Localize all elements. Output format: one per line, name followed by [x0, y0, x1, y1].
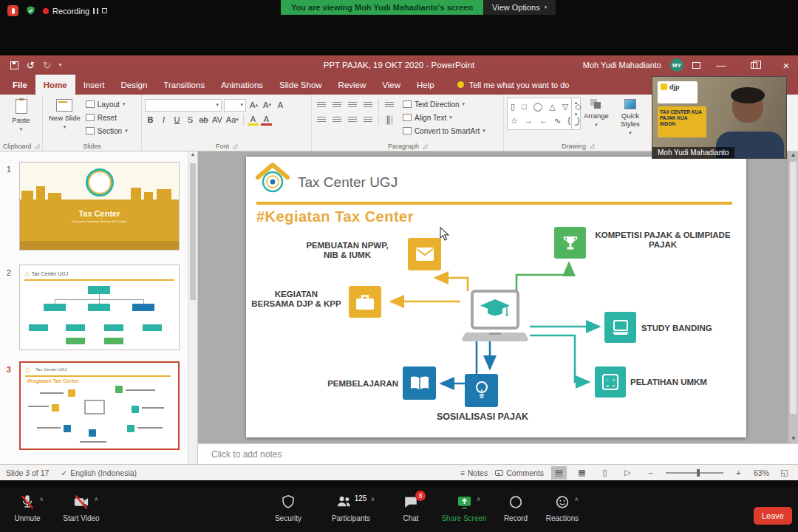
tab-animations[interactable]: Animations — [213, 75, 271, 95]
scrollbar-thumb[interactable] — [790, 162, 797, 414]
stop-recording-icon[interactable] — [102, 8, 107, 13]
redo-icon[interactable]: ↻ — [43, 60, 51, 71]
zoom-slider-thumb[interactable] — [697, 469, 700, 477]
tab-design[interactable]: Design — [113, 75, 156, 95]
reading-view-button[interactable]: ▯ — [597, 466, 613, 480]
user-avatar[interactable]: MY — [670, 58, 683, 72]
numbering-button[interactable] — [330, 99, 344, 112]
share-screen-button[interactable]: ∧ Share Screen — [434, 494, 494, 522]
increase-indent-button[interactable] — [361, 99, 375, 112]
unmute-button[interactable]: ∧ Unmute — [6, 494, 49, 522]
proofing-status[interactable]: ✓English (Indonesia) — [61, 468, 137, 477]
thumbnail-scrollbar[interactable]: ▲ — [188, 151, 197, 464]
font-size-select[interactable]: ▾ — [224, 99, 246, 112]
chat-button[interactable]: 8 Chat — [393, 494, 429, 522]
notes-pane[interactable]: Click to add notes — [198, 443, 798, 464]
font-color-button[interactable]: A — [261, 114, 272, 126]
convert-smartart-button[interactable]: Convert to SmartArt▾ — [400, 124, 488, 137]
dialog-launcher-icon[interactable]: ◿ — [233, 143, 237, 150]
tab-file[interactable]: File — [4, 75, 35, 95]
slide-thumbnail-2[interactable]: ⌂Tax Center UGJ — [19, 265, 180, 350]
zoom-level[interactable]: 63% — [754, 468, 769, 477]
minimize-button[interactable]: — — [709, 55, 733, 75]
font-name-select[interactable]: ▾ — [145, 99, 222, 112]
tab-slideshow[interactable]: Slide Show — [271, 75, 330, 95]
start-video-button[interactable]: ∧ Start Video — [53, 494, 109, 522]
slide[interactable]: Tax Center UGJ #Kegiatan Tax Center — [246, 157, 746, 437]
zoom-in-button[interactable]: + — [731, 466, 746, 480]
clear-formatting-button[interactable]: A — [275, 99, 286, 111]
encryption-shield-icon[interactable] — [25, 5, 36, 16]
change-case-button[interactable]: Aa▾ — [225, 114, 239, 126]
quick-styles-button[interactable]: Quick Styles ▾ — [612, 98, 649, 137]
signed-in-user[interactable]: Moh Yudi Mahadianto — [583, 61, 661, 69]
line-spacing-button[interactable] — [383, 99, 396, 112]
security-button[interactable]: Security — [265, 494, 312, 522]
arrange-button[interactable]: Arrange ▾ — [581, 98, 612, 129]
leave-button[interactable]: Leave — [754, 507, 792, 525]
chevron-up-icon[interactable]: ∧ — [370, 496, 375, 502]
highlight-color-button[interactable]: A — [248, 114, 259, 126]
align-text-button[interactable]: Align Text▾ — [400, 111, 488, 124]
comments-toggle-button[interactable]: Comments — [495, 468, 544, 477]
zoom-slider[interactable] — [666, 472, 723, 474]
save-icon[interactable] — [10, 61, 18, 69]
restore-button[interactable] — [742, 55, 765, 75]
zoom-out-button[interactable]: − — [643, 466, 658, 480]
text-shadow-button[interactable]: S — [185, 114, 196, 126]
decrease-indent-button[interactable] — [346, 99, 359, 112]
text-direction-button[interactable]: Text Direction▾ — [400, 98, 488, 111]
reset-button[interactable]: Reset — [83, 111, 130, 124]
notes-toggle-button[interactable]: ≡Notes — [460, 468, 488, 477]
undo-icon[interactable]: ↺ — [27, 60, 35, 71]
participant-video-tile[interactable]: djp TAX CENTER KUA PAJAK KUA INDON Moh Y… — [652, 76, 787, 159]
scrollbar-thumb[interactable] — [190, 163, 196, 300]
tab-review[interactable]: Review — [330, 75, 375, 95]
reactions-button[interactable]: ∧ Reactions — [538, 494, 587, 522]
chevron-up-icon[interactable]: ∧ — [477, 496, 481, 502]
slide-sorter-view-button[interactable]: ▦ — [574, 466, 590, 480]
fit-slide-button[interactable]: ◱ — [777, 466, 792, 480]
normal-view-button[interactable]: ▤ — [551, 466, 567, 480]
align-left-button[interactable] — [315, 114, 328, 126]
bullets-button[interactable] — [315, 99, 328, 112]
layout-button[interactable]: Layout▾ — [83, 98, 130, 111]
align-right-button[interactable] — [346, 114, 359, 126]
slideshow-view-button[interactable]: ▷ — [620, 466, 635, 480]
record-button[interactable]: Record — [497, 494, 535, 522]
shrink-font-button[interactable]: A▾ — [262, 99, 273, 111]
tell-me-search[interactable]: Tell me what you want to do — [457, 75, 570, 95]
justify-button[interactable] — [361, 114, 375, 126]
section-button[interactable]: Section▾ — [83, 124, 130, 137]
columns-button[interactable] — [383, 114, 396, 126]
shapes-gallery[interactable]: ▯ □ ◯ △ ▽ ◇ ☆ → ← ∿ { } ▴▾≡ — [507, 98, 581, 130]
character-spacing-button[interactable]: AV — [211, 114, 223, 126]
ribbon-display-options-icon[interactable] — [692, 62, 700, 69]
underline-button[interactable]: U — [171, 114, 183, 126]
audio-muted-icon[interactable] — [7, 5, 18, 16]
paste-button[interactable]: Paste ▾ — [3, 98, 39, 134]
tab-insert[interactable]: Insert — [75, 75, 113, 95]
tab-view[interactable]: View — [374, 75, 409, 95]
dialog-launcher-icon[interactable]: ◿ — [590, 143, 594, 150]
gallery-scrollbar[interactable]: ▴▾≡ — [571, 98, 580, 129]
chevron-up-icon[interactable]: ∧ — [39, 496, 44, 502]
strikethrough-button[interactable]: ab — [198, 114, 209, 126]
qat-caret-icon[interactable]: ▾ — [59, 62, 62, 68]
pause-recording-icon[interactable] — [93, 8, 98, 14]
bold-button[interactable]: B — [145, 114, 156, 126]
tab-help[interactable]: Help — [409, 75, 443, 95]
slide-scrollbar[interactable]: ▲▼ — [788, 151, 798, 443]
align-center-button[interactable] — [330, 114, 344, 126]
dialog-launcher-icon[interactable]: ◿ — [35, 143, 39, 150]
italic-button[interactable]: I — [158, 114, 169, 126]
new-slide-button[interactable]: New Slide ▾ — [46, 98, 83, 132]
slide-thumbnail-3-selected[interactable]: ⌂ Tax Center UGJ #Kegiatan Tax Center — [19, 361, 180, 450]
chevron-up-icon[interactable]: ∧ — [94, 496, 98, 502]
participants-button[interactable]: 125 ∧ Participants — [322, 494, 380, 522]
chevron-up-icon[interactable]: ∧ — [574, 496, 579, 502]
view-options-dropdown[interactable]: View Options ▾ — [483, 0, 556, 15]
tab-home[interactable]: Home — [35, 75, 75, 95]
tab-transitions[interactable]: Transitions — [155, 75, 213, 95]
close-button[interactable]: × — [774, 55, 798, 75]
